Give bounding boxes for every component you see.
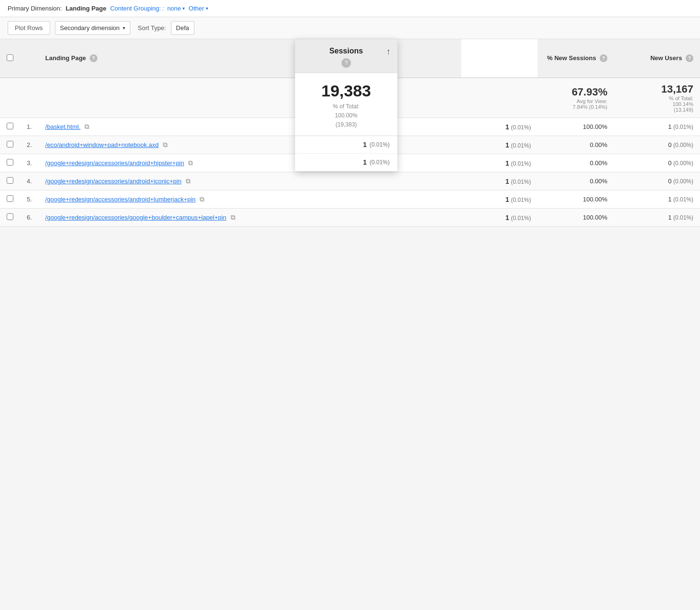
row-number: 5. <box>20 190 39 209</box>
landing-page-link[interactable]: /google+redesign/accessories/android+ico… <box>45 178 181 185</box>
row-sessions: 1 (0.01%) <box>461 209 538 227</box>
row-checkbox[interactable] <box>7 141 13 147</box>
other-chevron: ▾ <box>206 6 208 11</box>
row-number: 4. <box>20 172 39 190</box>
new-users-help-icon[interactable]: ? <box>686 54 693 62</box>
copy-icon[interactable]: ⧉ <box>163 141 168 149</box>
row-landing-page: /google+redesign/accessories/android+lum… <box>39 190 461 209</box>
row-pct-new: 100.00% <box>538 118 614 136</box>
row-checkbox[interactable] <box>7 195 13 202</box>
sessions-popup-total: 19,383 % of Total: 100.00% (19,383) <box>295 73 397 136</box>
row-checkbox-cell <box>0 209 20 227</box>
row-landing-page: /google+redesign/accessories/google+boul… <box>39 209 461 227</box>
copy-icon[interactable]: ⧉ <box>186 177 191 185</box>
copy-icon[interactable]: ⧉ <box>200 195 204 203</box>
row-new-users: 1 (0.01%) <box>614 209 700 227</box>
header-sessions-cell <box>461 39 538 78</box>
landing-page-link[interactable]: /google+redesign/accessories/google+boul… <box>45 214 226 221</box>
primary-dimension-value: Landing Page <box>65 5 106 12</box>
row-sessions: 1 (0.01%) <box>461 154 538 172</box>
row-pct-new: 0.00% <box>538 154 614 172</box>
sessions-help-icon[interactable]: ? <box>341 58 351 68</box>
row-number: 2. <box>20 136 39 154</box>
pct-new-sessions-help-icon[interactable]: ? <box>600 54 607 62</box>
row-new-users: 1 (0.01%) <box>614 118 700 136</box>
sessions-popup-card: Sessions ↑ ? 19,383 % of Total: 100.00% … <box>295 39 397 171</box>
row-checkbox-cell <box>0 190 20 209</box>
secondary-dim-chevron: ▾ <box>123 25 125 31</box>
header-pct-new-sessions: % New Sessions ? <box>538 39 614 78</box>
table-row: 4. /google+redesign/accessories/android+… <box>0 172 700 190</box>
sort-type-label: Sort Type: <box>138 24 166 32</box>
copy-icon[interactable]: ⧉ <box>231 213 235 221</box>
table-row: 5. /google+redesign/accessories/android+… <box>0 190 700 209</box>
row-checkbox[interactable] <box>7 123 13 129</box>
row-pct-new: 100.00% <box>538 209 614 227</box>
row-checkbox-cell <box>0 136 20 154</box>
row-checkbox-cell <box>0 172 20 190</box>
summary-new-users: 13,167 % of Total: 100.14% (13,149) <box>614 78 700 118</box>
landing-help-icon[interactable]: ? <box>90 54 97 62</box>
summary-pct-new: 67.93% Avg for View: 7.84% (0.14%) <box>538 78 614 118</box>
copy-icon[interactable]: ⧉ <box>188 159 193 167</box>
sessions-sort-up-button[interactable]: ↑ <box>386 47 391 57</box>
row-sessions: 1 (0.01%) <box>461 190 538 209</box>
row-landing-page: /basket.html. ⧉ <box>39 118 461 136</box>
row-pct-new: 0.00% <box>538 172 614 190</box>
row-checkbox-cell <box>0 118 20 136</box>
content-grouping-link[interactable]: Content Grouping: : none ▾ <box>110 5 185 12</box>
landing-page-link[interactable]: /google+redesign/accessories/android+lum… <box>45 196 196 203</box>
row-checkbox-cell <box>0 154 20 172</box>
primary-dimension-label: Primary Dimension: <box>8 5 62 12</box>
table-row: 6. /google+redesign/accessories/google+b… <box>0 209 700 227</box>
row-landing-page: /eco/android+window+pad+notebook.axd ⧉ <box>39 136 461 154</box>
toolbar: Plot Rows Secondary dimension ▾ Sort Typ… <box>0 17 700 39</box>
other-link[interactable]: Other ▾ <box>189 5 208 12</box>
content-grouping-chevron: ▾ <box>182 6 185 11</box>
row-pct-new: 0.00% <box>538 136 614 154</box>
landing-page-link[interactable]: /eco/android+window+pad+notebook.axd <box>45 141 159 148</box>
header-checkbox-cell <box>0 39 20 78</box>
row-landing-page: /google+redesign/accessories/android+hip… <box>39 154 461 172</box>
sessions-popup-row-2: 1 (0.01%) <box>295 154 397 171</box>
secondary-dimension-dropdown[interactable]: Secondary dimension ▾ <box>55 21 130 35</box>
row-sessions: 1 (0.01%) <box>461 172 538 190</box>
plot-rows-button[interactable]: Plot Rows <box>8 21 50 35</box>
row-pct-new: 100.00% <box>538 190 614 209</box>
sessions-popup-row-1: 1 (0.01%) <box>295 136 397 154</box>
row-number: 3. <box>20 154 39 172</box>
landing-page-link[interactable]: /google+redesign/accessories/android+hip… <box>45 159 184 167</box>
header-landing-page: Landing Page ? <box>39 39 461 78</box>
row-sessions: 1 (0.01%) <box>461 118 538 136</box>
data-table-container: Sessions ↑ ? 19,383 % of Total: 100.00% … <box>0 39 700 227</box>
header-num-cell <box>20 39 39 78</box>
row-new-users: 0 (0.00%) <box>614 136 700 154</box>
header-new-users: New Users ? <box>614 39 700 78</box>
row-number: 6. <box>20 209 39 227</box>
row-checkbox[interactable] <box>7 177 13 184</box>
select-all-checkbox[interactable] <box>7 54 13 61</box>
row-checkbox[interactable] <box>7 159 13 166</box>
copy-icon[interactable]: ⧉ <box>85 123 89 131</box>
sort-type-dropdown[interactable]: Defa <box>171 21 194 35</box>
top-bar: Primary Dimension: Landing Page Content … <box>0 0 700 17</box>
row-sessions: 1 (0.01%) <box>461 136 538 154</box>
row-new-users: 0 (0.00%) <box>614 172 700 190</box>
sessions-pct-text: % of Total: 100.00% (19,383) <box>303 102 390 130</box>
row-number: 1. <box>20 118 39 136</box>
row-new-users: 0 (0.00%) <box>614 154 700 172</box>
row-new-users: 1 (0.01%) <box>614 190 700 209</box>
sessions-popup-header: Sessions ↑ ? <box>295 39 397 73</box>
landing-page-link[interactable]: /basket.html. <box>45 123 81 130</box>
sessions-popup-title: Sessions <box>303 47 390 55</box>
sessions-total-value: 19,383 <box>303 82 390 100</box>
row-landing-page: /google+redesign/accessories/android+ico… <box>39 172 461 190</box>
row-checkbox[interactable] <box>7 213 13 220</box>
